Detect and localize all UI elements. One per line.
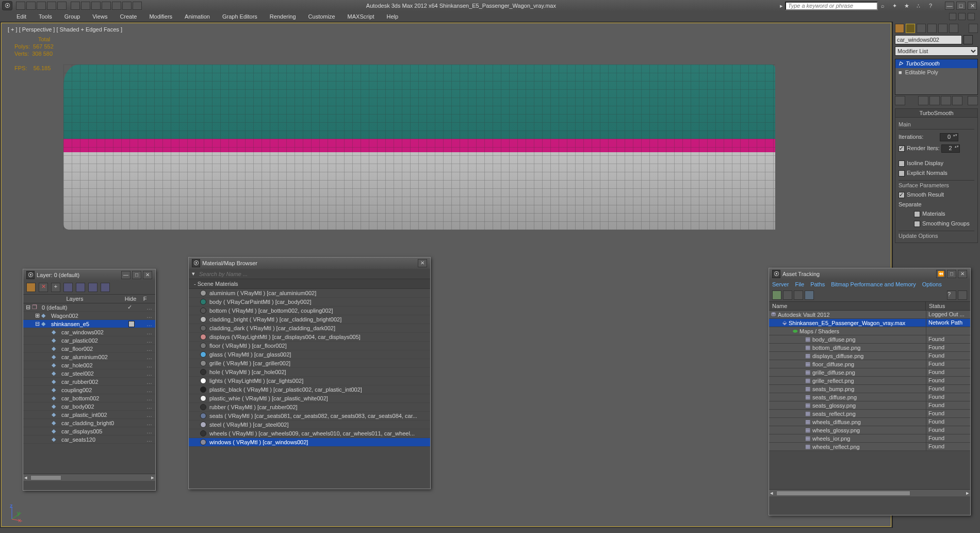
material-row[interactable]: floor ( VRayMtl ) [car_floor002]	[189, 342, 430, 350]
options-arrow-icon[interactable]: ▾	[192, 270, 199, 277]
layer-row[interactable]: ◆car_displays005…	[23, 427, 155, 435]
material-row[interactable]: cladding_bright ( VRayMtl ) [car_claddin…	[189, 315, 430, 324]
asset-row[interactable]: ▦floor_diffuse.pngFound	[769, 360, 970, 368]
qat-btn[interactable]	[102, 2, 111, 10]
layer-row[interactable]: ◆car_plastic_int002…	[23, 411, 155, 419]
maximize-button[interactable]: □	[956, 2, 966, 10]
menu-group[interactable]: Group	[64, 13, 80, 20]
asset-row[interactable]: ▦grille_diffuse.pngFound	[769, 368, 970, 377]
menu-modifiers[interactable]: Modifiers	[149, 13, 172, 20]
material-row[interactable]: steel ( VRayMtl ) [car_steel002]	[189, 421, 430, 429]
hide-layer-icon[interactable]	[88, 283, 97, 292]
minimize-icon[interactable]: ⏪	[936, 270, 945, 278]
material-row[interactable]: lights ( VRayLightMtl ) [car_lights002]	[189, 377, 430, 385]
menu-help[interactable]: Help	[387, 13, 399, 20]
layer-row[interactable]: ◆car_steel002…	[23, 369, 155, 378]
asset-row[interactable]: ▦seats_bump.pngFound	[769, 385, 970, 393]
material-row[interactable]: aluminium ( VRayMtl ) [car_aluminium002]	[189, 289, 430, 298]
stack-tool-icon[interactable]	[918, 96, 928, 105]
object-name-input[interactable]	[895, 35, 962, 44]
render-iters-spinner[interactable]: 2	[941, 144, 960, 153]
lock-ui-icon[interactable]	[969, 24, 978, 33]
scene-materials-header[interactable]: - Scene Materials	[189, 279, 430, 289]
app-icon[interactable]: ⦿	[2, 1, 12, 10]
menu-views[interactable]: Views	[92, 13, 107, 20]
maximize-icon[interactable]: □	[132, 271, 141, 279]
layer-row[interactable]: ◆car_windows002…	[23, 328, 155, 336]
qat-undo-icon[interactable]	[47, 2, 56, 10]
material-row[interactable]: displays (VRayLightMtl ) [car_displays00…	[189, 333, 430, 342]
material-row[interactable]: seats ( VRayMtl ) [car_seats081, car_sea…	[189, 412, 430, 421]
asset-row[interactable]: ⬙Shinkansen_E5_Passenger_Wagon_vray.maxN…	[769, 319, 970, 327]
workspace-btn[interactable]	[968, 13, 975, 20]
asset-row[interactable]: ▦body_diffuse.pngFound	[769, 335, 970, 344]
material-row[interactable]: grille ( VRayMtl ) [car_griller002]	[189, 359, 430, 368]
material-row[interactable]: plastic_black ( VRayMtl ) [car_plastic00…	[189, 385, 430, 394]
modifier-list-dropdown[interactable]: Modifier List	[895, 46, 978, 56]
utilities-tab-icon[interactable]	[949, 24, 958, 33]
material-search-input[interactable]	[199, 271, 427, 277]
refresh-icon[interactable]	[772, 290, 781, 300]
render-iters-checkbox[interactable]	[899, 146, 905, 152]
options-icon[interactable]	[958, 290, 967, 300]
qat-open-icon[interactable]	[26, 2, 36, 10]
qat-btn[interactable]	[122, 2, 132, 10]
comm-icon[interactable]: ⛬	[914, 2, 923, 10]
view-icon[interactable]	[794, 290, 803, 300]
explicit-normals-checkbox[interactable]	[899, 170, 905, 176]
configure-sets-icon[interactable]	[968, 96, 978, 105]
layer-row[interactable]: ◆car_bottom002…	[23, 394, 155, 402]
asset-row[interactable]: ▦wheels_glossy.pngFound	[769, 426, 970, 434]
asset-list[interactable]: ⛃Autodesk Vault 2012Logged Out ...⬙Shink…	[769, 311, 970, 486]
object-color-swatch[interactable]	[963, 35, 973, 44]
minimize-button[interactable]: —	[945, 2, 954, 10]
asset-row[interactable]: ▦wheels_diffuse.pngFound	[769, 418, 970, 426]
create-tab-icon[interactable]	[895, 24, 904, 33]
help-search-input[interactable]	[785, 2, 878, 10]
asset-row[interactable]: ▦wheels_reflect.pngFound	[769, 443, 970, 451]
qat-btn[interactable]	[71, 2, 80, 10]
remove-modifier-icon[interactable]	[952, 96, 962, 105]
workspace-btn[interactable]	[949, 13, 956, 20]
help-icon[interactable]: ?	[926, 2, 935, 10]
help-icon[interactable]: ?	[947, 290, 956, 300]
asset-row[interactable]: ▦wheels_ior.pngFound	[769, 434, 970, 443]
menu-customize[interactable]: Customize	[308, 13, 335, 20]
layer-row[interactable]: ◆car_plastic002…	[23, 336, 155, 345]
h-scrollbar[interactable]: ◂▸	[23, 474, 155, 481]
iterations-spinner[interactable]: 0	[940, 133, 958, 141]
motion-tab-icon[interactable]	[927, 24, 937, 33]
freeze-layer-icon[interactable]	[101, 283, 110, 292]
material-row[interactable]: glass ( VRayMtl ) [car_glass002]	[189, 350, 430, 359]
asset-row[interactable]: ▦seats_reflect.pngFound	[769, 410, 970, 418]
close-icon[interactable]: ✕	[143, 271, 152, 279]
select-layer-icon[interactable]	[63, 283, 73, 292]
menu-graph-editors[interactable]: Graph Editors	[222, 13, 257, 20]
minimize-icon[interactable]: —	[121, 271, 130, 279]
star-icon[interactable]: ★	[903, 2, 911, 10]
layer-row[interactable]: ◆car_floor002…	[23, 345, 155, 353]
stack-item[interactable]: ᐅTurboSmooth	[895, 59, 977, 68]
asset-menu-options[interactable]: Options	[922, 281, 942, 287]
stack-tool-icon[interactable]	[941, 96, 951, 105]
close-button[interactable]: ✕	[968, 2, 977, 10]
modify-tab-icon[interactable]	[906, 24, 915, 33]
qat-btn[interactable]	[133, 2, 142, 10]
menu-edit[interactable]: Edit	[17, 13, 26, 20]
material-row[interactable]: cladding_dark ( VRayMtl ) [car_cladding_…	[189, 324, 430, 333]
view-icon[interactable]	[805, 290, 814, 300]
stack-item[interactable]: ■Editable Poly	[895, 68, 977, 76]
material-row[interactable]: rubber ( VRayMtl ) [car_rubber002]	[189, 403, 430, 412]
layer-row[interactable]: ⊟❐0 (default)✓…	[23, 303, 155, 312]
isoline-checkbox[interactable]	[899, 160, 905, 167]
layer-row[interactable]: ◆coupling002…	[23, 386, 155, 394]
sep-materials-checkbox[interactable]	[914, 211, 920, 217]
asset-row[interactable]: ▦seats_glossy.pngFound	[769, 401, 970, 410]
layer-row[interactable]: ◆car_seats120…	[23, 435, 155, 444]
material-row[interactable]: windows ( VRayMtl ) [car_windows002]	[189, 438, 430, 447]
asset-menu-bitmap-performance-and-memory[interactable]: Bitmap Performance and Memory	[831, 281, 916, 287]
rollout-header[interactable]: TurboSmooth	[895, 109, 977, 118]
material-row[interactable]: bottom ( VRayMtl ) [car_bottom002, coupl…	[189, 306, 430, 315]
modifier-stack[interactable]: ᐅTurboSmooth■Editable Poly	[895, 59, 978, 95]
close-icon[interactable]: ✕	[958, 270, 967, 278]
